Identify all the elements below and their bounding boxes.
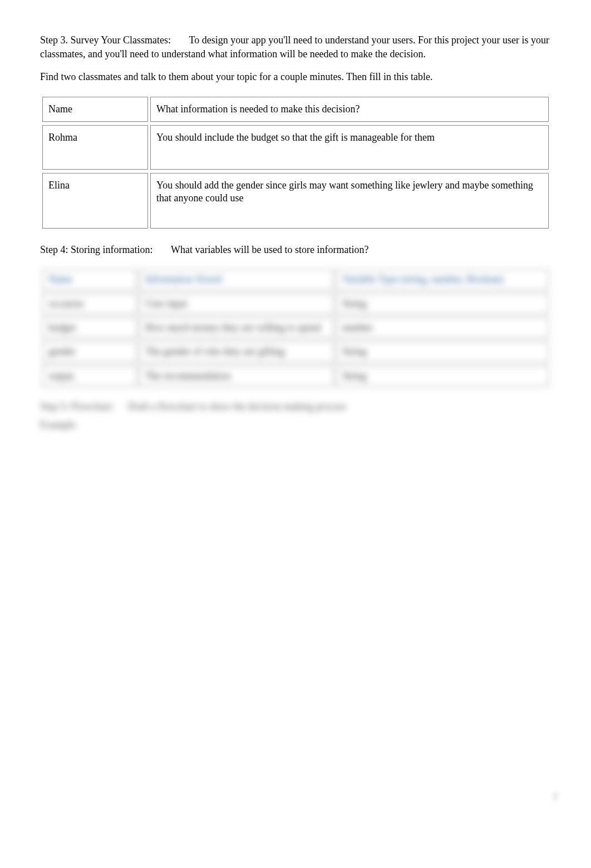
step5-heading: Step 5: Flowchart: Draft a flowchart to … [40, 401, 551, 413]
step5-label: Step 5: Flowchart: [40, 401, 114, 412]
table-cell: output [42, 366, 137, 386]
table-header-name: Name [42, 97, 148, 122]
table-row: Elina You should add the gender since gi… [42, 173, 549, 229]
table-cell-name: Elina [42, 173, 148, 229]
table-cell: budget [42, 318, 137, 338]
table-cell: gender [42, 341, 137, 362]
table-row: Name Information Stored Variable Type (s… [42, 269, 549, 290]
table-cell-info: You should include the budget so that th… [150, 125, 549, 170]
table-row: budget How much money they are willing t… [42, 318, 549, 338]
table-cell: How much money they are willing to spend [139, 318, 334, 338]
step4-heading: Step 4: Storing information: What variab… [40, 243, 551, 257]
table-cell: number [336, 318, 549, 338]
table-cell: User input [139, 294, 334, 314]
step3-label: Step 3. Survey Your Classmates: [40, 34, 171, 46]
table-row: output The recommendation String [42, 366, 549, 386]
table-cell: String [336, 294, 549, 314]
step3-heading: Step 3. Survey Your Classmates: To desig… [40, 33, 551, 61]
step5-example: Example [40, 419, 551, 431]
page-number: 2 [553, 791, 558, 801]
table-row: Name What information is needed to make … [42, 97, 549, 122]
table-header-type: Variable Type (string, number, Boolean) [336, 269, 549, 290]
table-cell: String [336, 341, 549, 362]
table-header-stored: Information Stored [139, 269, 334, 290]
table-row: Rohma You should include the budget so t… [42, 125, 549, 170]
table-cell: occasion [42, 294, 137, 314]
classmates-table: Name What information is needed to make … [40, 93, 551, 232]
table-cell: The recommendation [139, 366, 334, 386]
step4-text: What variables will be used to store inf… [171, 244, 368, 255]
table-cell: String [336, 366, 549, 386]
table-header-info: What information is needed to make this … [150, 97, 549, 122]
step5-text: Draft a flowchart to show the decision m… [128, 401, 347, 412]
table-cell-name: Rohma [42, 125, 148, 170]
variables-table: Name Information Stored Variable Type (s… [40, 266, 551, 390]
step4-label: Step 4: Storing information: [40, 244, 153, 255]
table-header-varname: Name [42, 269, 137, 290]
table-cell: The gender of who they are gifting [139, 341, 334, 362]
table-row: occasion User input String [42, 294, 549, 314]
table-row: gender The gender of who they are giftin… [42, 341, 549, 362]
table-cell-info: You should add the gender since girls ma… [150, 173, 549, 229]
step3-instruction: Find two classmates and talk to them abo… [40, 70, 551, 84]
